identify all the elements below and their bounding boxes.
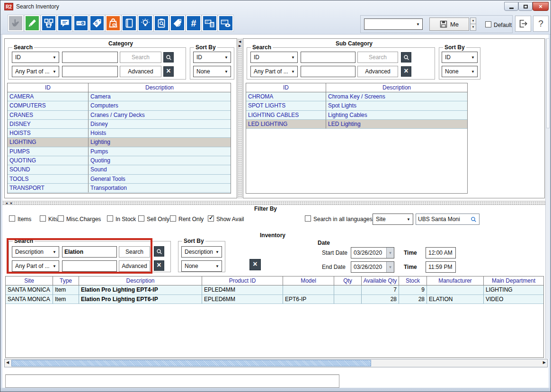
sitemap-button[interactable] (41, 15, 56, 31)
lightbulb-button[interactable] (138, 15, 153, 31)
subcategory-sort-primary-value: ID (445, 54, 451, 61)
catalog-book-button[interactable] (122, 15, 137, 31)
results-row[interactable]: SANTA MONICA Item Elation Pro Lighting E… (6, 295, 543, 304)
help-button[interactable]: ? (533, 16, 549, 32)
subcategory-sort-secondary-combo[interactable]: None (442, 66, 478, 77)
monitor-view-button[interactable] (218, 15, 233, 31)
splitter-left-icon[interactable]: ◀ (239, 40, 241, 43)
status-input[interactable] (5, 374, 339, 388)
rent-only-checkbox[interactable] (170, 215, 176, 222)
table-row[interactable]: DISNEYDisney (8, 120, 231, 129)
subcategory-match-combo[interactable]: Any Part of ... (250, 66, 298, 77)
end-date-value: 03/26/2020 (354, 264, 382, 270)
vertical-scrollbar[interactable] (545, 38, 550, 358)
category-sort-primary-combo[interactable]: ID (193, 52, 231, 63)
price-tag-button[interactable]: S (89, 15, 105, 31)
category-sort-secondary-combo[interactable]: None (193, 66, 231, 77)
end-time-field[interactable]: 11:59 PM (426, 261, 456, 273)
view-profile-combo[interactable] (364, 18, 423, 30)
table-row[interactable]: PUMPSPumps (8, 147, 231, 156)
start-date-caret-icon[interactable]: ▼ (386, 248, 394, 258)
show-avail-checkbox[interactable] (208, 215, 214, 222)
spinner-down[interactable]: ▼ (470, 24, 476, 31)
clipboard-search-button[interactable] (154, 15, 169, 31)
app-logo: R2 (4, 3, 13, 10)
start-date-field[interactable]: 03/26/2020 ▼ (351, 247, 394, 258)
table-row[interactable]: COMPUTERSComputers (8, 101, 231, 110)
category-clear-button[interactable]: × (163, 66, 174, 77)
table-row[interactable]: CAMERACamera (8, 92, 231, 101)
edit-pencil-button[interactable] (25, 15, 40, 31)
results-row[interactable]: SANTA MONICA Item Elation Pro Lighting E… (6, 285, 543, 295)
table-row[interactable]: CRANESCranes / Carry Decks (8, 111, 231, 120)
subcategory-search-input2[interactable] (301, 66, 355, 77)
inventory-magnifier-button[interactable] (154, 246, 164, 257)
category-search-field-combo[interactable]: ID (12, 52, 59, 63)
subcategory-sort-primary-combo[interactable]: ID (442, 52, 478, 63)
kits-checkbox[interactable] (40, 215, 46, 222)
vertical-scrollbar-thumb[interactable] (546, 38, 550, 128)
maximize-button[interactable] (518, 2, 533, 11)
horizontal-scrollbar[interactable]: ◀ ▶ (4, 359, 548, 367)
close-button[interactable]: × (533, 2, 549, 11)
splitter-down-icon[interactable]: ▼ (9, 202, 13, 205)
comment-button[interactable] (57, 15, 72, 31)
table-row[interactable]: TRANSPORTTransportation (8, 184, 231, 193)
category-match-combo[interactable]: Any Part of ... (12, 66, 59, 77)
exit-button[interactable] (515, 16, 531, 32)
table-row[interactable]: HOISTSHoists (8, 129, 231, 138)
subcategory-advanced-button[interactable]: Advanced (357, 66, 398, 77)
table-row[interactable]: LIGHTING CABLESLighting Cables (246, 111, 467, 120)
hash-button[interactable]: # (186, 15, 201, 31)
subcategory-search-input[interactable] (301, 52, 355, 63)
subcategory-magnifier-button[interactable] (401, 52, 411, 62)
start-time-field[interactable]: 12:00 AM (426, 247, 456, 258)
items-checkbox[interactable] (9, 215, 15, 222)
splitter-right-icon[interactable]: ▶ (239, 44, 241, 47)
sell-only-checkbox[interactable] (138, 215, 144, 222)
inventory-sort-secondary-combo[interactable]: None (181, 260, 222, 272)
profile-spinner[interactable]: ▼ ▼ (470, 18, 476, 31)
subcategory-clear-button[interactable]: × (401, 66, 411, 77)
scroll-right-icon[interactable]: ▶ (543, 360, 546, 365)
category-search-input2[interactable] (62, 66, 118, 77)
table-row-selected[interactable]: LIGHTINGLighting (8, 138, 231, 147)
all-languages-checkbox[interactable] (305, 215, 311, 222)
horizontal-splitter[interactable]: ▲ ▼ (2, 201, 545, 205)
projector-button[interactable] (73, 15, 89, 31)
splitter-up-icon[interactable]: ▲ (5, 201, 9, 205)
category-search-input[interactable] (62, 52, 118, 63)
col-site: Site (6, 276, 53, 285)
end-date-label: End Date (322, 264, 346, 270)
site-magnifier-icon[interactable] (470, 216, 477, 223)
table-row-selected[interactable]: LED LIGHTINGLED Lighting (246, 120, 467, 129)
tag-refresh-button[interactable] (170, 15, 185, 31)
vertical-splitter[interactable]: ◀ ▶ (238, 38, 242, 198)
in-stock-checkbox[interactable] (107, 215, 113, 222)
subcategory-search-field-combo[interactable]: ID (250, 52, 298, 63)
table-row[interactable]: TOOLSGeneral Tools (8, 175, 231, 184)
site-combo[interactable]: Site (373, 214, 413, 225)
site-search-field[interactable]: UBS Santa Moni (416, 214, 480, 225)
scroll-left-icon[interactable]: ◀ (6, 360, 9, 365)
keyboard-calendar-button[interactable] (202, 15, 217, 31)
inventory-sort-primary-combo[interactable]: Description (181, 246, 222, 258)
default-checkbox[interactable] (485, 21, 491, 27)
me-button-label: Me (450, 21, 459, 28)
table-row[interactable]: CHROMAChroma Key / Screens (246, 92, 467, 101)
table-row[interactable]: SPOT LIGHTSSpot Lights (246, 101, 467, 110)
shopping-bag-button[interactable]: $ (106, 15, 121, 31)
inventory-reset-button[interactable]: × (249, 259, 261, 270)
minimize-button[interactable] (504, 2, 518, 11)
category-magnifier-button[interactable] (163, 52, 174, 62)
inventory-clear-button[interactable]: × (154, 260, 164, 271)
table-row[interactable]: QUOTINGQuoting (8, 156, 231, 165)
save-me-button[interactable]: Me (429, 18, 469, 31)
end-date-field[interactable]: 03/26/2020 ▼ (351, 261, 394, 273)
spinner-up[interactable]: ▼ (470, 18, 476, 24)
category-advanced-button[interactable]: Advanced (120, 66, 161, 77)
end-date-caret-icon[interactable]: ▼ (386, 262, 394, 272)
horizontal-scrollbar-thumb[interactable] (11, 360, 371, 366)
misc-charges-checkbox[interactable] (58, 215, 64, 222)
table-row[interactable]: SOUNDSound (8, 165, 231, 174)
